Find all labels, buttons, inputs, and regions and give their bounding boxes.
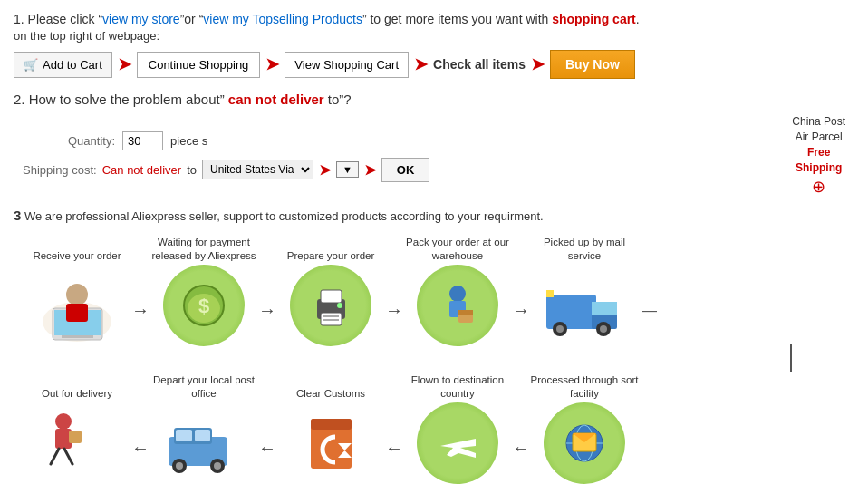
svg-point-4 [66,284,88,305]
flow-label-sort: Processed through sort facility [530,372,639,401]
buy-now-button[interactable]: Buy Now [550,50,635,79]
flow-label-pickup: Picked up by mail service [530,234,639,263]
arrow2: ➤ [265,54,279,74]
flow-arrow-b1: ← [131,438,149,459]
flow-label-payment: Waiting for payment released by Aliexpre… [149,234,258,263]
flow-label-airplane: Flown to destination country [403,372,512,401]
cannot-deliver-label: Can not deliver [102,163,181,177]
svg-point-23 [556,325,564,333]
flow-node-receive: Receive your order [23,234,131,344]
flow-node-postoffice: Depart your local post office [149,372,258,482]
country-select[interactable]: United States Via [202,160,313,179]
arrow1: ➤ [118,54,131,74]
svg-point-27 [55,413,72,430]
qty-label: Quantity: [68,134,115,148]
ok-button[interactable]: OK [381,158,430,182]
flow-icon-prepare [288,267,374,344]
add-to-cart-button[interactable]: 🛒 Add to Cart [14,52,112,78]
svg-rect-18 [458,310,473,315]
check-all-items: Check all items [433,57,526,72]
svg-rect-13 [323,319,339,321]
shipping-section: Quantity: piece s Shipping cost: Can not… [14,114,854,198]
continue-shopping-button[interactable]: Continue Shopping [137,52,261,78]
flow-arrow-b3: ← [385,438,403,459]
dash-line: — [642,303,657,319]
svg-rect-5 [66,304,88,322]
flow-arrow-b2: ← [258,438,276,459]
step3-section: 3 We are professional Aliexpress seller,… [14,208,854,223]
step1-mid1: ”or “ [180,12,204,26]
view-topselling-link[interactable]: view my Topselling Products [203,12,362,26]
v-connector [23,344,792,372]
step3-text: We are professional Aliexpress seller, s… [24,209,544,223]
flow-icon-pack [415,267,501,344]
flow-node-payment: Waiting for payment released by Aliexpre… [149,234,258,344]
flow-node-airplane: Flown to destination country [403,372,512,482]
free-icon: ⊕ [792,176,845,199]
flow-node-delivery: Out for delivery [23,372,131,482]
step1-mid2: ” to get more items you want with [362,12,552,26]
step2-title: 2. How to solve the problem about” can n… [14,92,854,107]
free-label: Free [792,145,845,160]
flow-node-customs: Clear Customs [276,372,385,482]
dropdown-arrow-button[interactable]: ▼ [336,161,359,178]
svg-rect-41 [311,419,352,430]
svg-rect-34 [176,430,192,441]
buy-now-label: Buy Now [565,57,620,72]
flow-label-customs: Clear Customs [296,372,365,401]
step1-end: . [636,12,640,26]
flow-node-prepare: Prepare your order [276,234,385,344]
svg-point-37 [176,462,183,470]
shipping-label: Shipping cost: [23,163,97,177]
svg-point-15 [449,286,466,302]
flow-icon-payment: $ [161,267,247,344]
flow-diagram: Receive your order → [14,234,854,482]
quantity-row: Quantity: piece s [68,131,774,150]
china-post-line1: China Post [792,114,845,130]
view-store-link[interactable]: view my store [102,12,180,26]
step1-before: Please click “ [28,12,102,26]
flow-label-delivery: Out for delivery [42,372,112,401]
step2-title-text: How to solve the problem about” [29,92,228,107]
flow-arrow-b4: ← [512,438,530,459]
flow-node-pack: Pack your order at our warehouse [403,234,512,344]
arrow5: ➤ [319,161,331,179]
flow-icon-airplane [415,405,501,482]
svg-point-39 [214,462,221,470]
qty-input[interactable] [122,131,163,150]
svg-point-25 [600,325,607,333]
cart-icon: 🛒 [24,58,38,72]
flow-icon-receive [34,267,121,344]
svg-point-14 [337,303,342,308]
svg-rect-29 [69,431,82,443]
step1-number: 1. [14,12,24,26]
piece-unit: piece s [170,134,207,148]
flow-label-prepare: Prepare your order [287,234,375,263]
svg-point-8 [188,294,220,323]
svg-line-31 [64,449,72,464]
shipping-label: Shipping [792,160,845,176]
china-post-box: China Post Air Parcel Free Shipping ⊕ [792,114,845,198]
china-post-line2: Air Parcel [792,130,845,145]
flow-label-postoffice: Depart your local post office [149,372,258,401]
step1-section: 1. Please click “view my store”or “view … [14,9,854,43]
flow-top-row: Receive your order → [23,234,845,344]
step2-number: 2. [14,92,25,107]
flow-label-receive: Receive your order [33,234,121,263]
flow-icon-postoffice [161,405,247,482]
svg-rect-10 [321,290,342,303]
svg-rect-26 [546,290,554,297]
flow-arrow-2: → [258,300,276,321]
shipping-left: Quantity: piece s Shipping cost: Can not… [14,131,774,182]
flow-icon-delivery [34,405,121,482]
view-shopping-cart-button[interactable]: View Shopping Cart [285,52,409,78]
arrow6: ➤ [364,161,376,179]
svg-rect-19 [546,295,596,329]
shipping-row: Shipping cost: Can not deliver to United… [23,158,774,182]
ship-to-text: to [187,163,197,177]
shopping-cart-text: shopping cart [552,12,636,26]
step3-number: 3 [14,208,21,223]
cannot-deliver-title: can not deliver [228,92,324,107]
flow-arrow-1: → [131,300,149,321]
step2-section: 2. How to solve the problem about” can n… [14,92,854,198]
